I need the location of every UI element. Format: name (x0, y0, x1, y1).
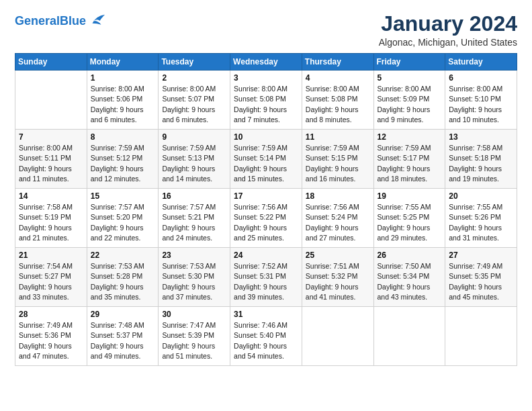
day-number: 13 (449, 132, 513, 142)
calendar-week-row-3: 14Sunrise: 7:58 AMSunset: 5:19 PMDayligh… (15, 189, 517, 248)
day-info: Sunrise: 7:59 AMSunset: 5:17 PMDaylight:… (378, 143, 442, 184)
day-number: 31 (234, 310, 298, 319)
calendar-cell-1-2: 1Sunrise: 8:00 AMSunset: 5:06 PMDaylight… (87, 71, 159, 130)
calendar-cell-3-6: 19Sunrise: 7:55 AMSunset: 5:25 PMDayligh… (373, 189, 445, 248)
day-info: Sunrise: 7:58 AMSunset: 5:19 PMDaylight:… (19, 202, 83, 243)
calendar-cell-1-6: 5Sunrise: 8:00 AMSunset: 5:09 PMDaylight… (373, 71, 445, 130)
day-number: 16 (162, 191, 226, 201)
calendar-cell-3-3: 16Sunrise: 7:57 AMSunset: 5:21 PMDayligh… (159, 189, 230, 248)
calendar-header-friday: Friday (373, 54, 445, 71)
day-info: Sunrise: 7:52 AMSunset: 5:31 PMDaylight:… (234, 261, 298, 302)
day-info: Sunrise: 7:55 AMSunset: 5:25 PMDaylight:… (378, 202, 442, 243)
day-info: Sunrise: 7:47 AMSunset: 5:39 PMDaylight:… (162, 320, 226, 361)
calendar-cell-2-6: 12Sunrise: 7:59 AMSunset: 5:17 PMDayligh… (373, 130, 445, 189)
day-info: Sunrise: 7:55 AMSunset: 5:26 PMDaylight:… (449, 202, 513, 243)
calendar-cell-5-7 (445, 307, 517, 366)
day-number: 12 (378, 132, 442, 142)
day-number: 22 (91, 250, 155, 260)
calendar-cell-3-7: 20Sunrise: 7:55 AMSunset: 5:26 PMDayligh… (445, 189, 517, 248)
day-info: Sunrise: 8:00 AMSunset: 5:07 PMDaylight:… (162, 84, 226, 125)
calendar-table: SundayMondayTuesdayWednesdayThursdayFrid… (15, 53, 517, 366)
day-info: Sunrise: 7:54 AMSunset: 5:27 PMDaylight:… (19, 261, 83, 302)
day-number: 15 (91, 191, 155, 201)
title-block: January 2024 Algonac, Michigan, United S… (379, 12, 517, 48)
day-info: Sunrise: 7:53 AMSunset: 5:28 PMDaylight:… (91, 261, 155, 302)
calendar-header-wednesday: Wednesday (230, 54, 302, 71)
day-info: Sunrise: 7:53 AMSunset: 5:30 PMDaylight:… (162, 261, 226, 302)
main-title: January 2024 (379, 12, 517, 36)
calendar-cell-1-7: 6Sunrise: 8:00 AMSunset: 5:10 PMDaylight… (445, 71, 517, 130)
day-number: 20 (449, 191, 513, 201)
day-number: 26 (378, 250, 442, 260)
calendar-cell-4-1: 21Sunrise: 7:54 AMSunset: 5:27 PMDayligh… (15, 248, 87, 307)
day-number: 17 (234, 191, 298, 201)
day-info: Sunrise: 7:59 AMSunset: 5:15 PMDaylight:… (306, 143, 370, 184)
day-info: Sunrise: 8:00 AMSunset: 5:10 PMDaylight:… (449, 84, 513, 125)
calendar-cell-2-4: 10Sunrise: 7:59 AMSunset: 5:14 PMDayligh… (230, 130, 302, 189)
calendar-header-thursday: Thursday (302, 54, 373, 71)
calendar-cell-5-6 (373, 307, 445, 366)
page: GeneralBlue January 2024 Algonac, Michig… (0, 0, 532, 411)
day-number: 28 (19, 310, 83, 319)
calendar-cell-4-5: 25Sunrise: 7:51 AMSunset: 5:32 PMDayligh… (302, 248, 373, 307)
day-number: 10 (234, 132, 298, 142)
calendar-cell-5-4: 31Sunrise: 7:46 AMSunset: 5:40 PMDayligh… (230, 307, 302, 366)
calendar-cell-3-1: 14Sunrise: 7:58 AMSunset: 5:19 PMDayligh… (15, 189, 87, 248)
day-info: Sunrise: 7:58 AMSunset: 5:18 PMDaylight:… (449, 143, 513, 184)
day-info: Sunrise: 7:56 AMSunset: 5:22 PMDaylight:… (234, 202, 298, 243)
calendar-week-row-2: 7Sunrise: 8:00 AMSunset: 5:11 PMDaylight… (15, 130, 517, 189)
day-number: 25 (306, 250, 370, 260)
calendar-cell-3-5: 18Sunrise: 7:56 AMSunset: 5:24 PMDayligh… (302, 189, 373, 248)
day-number: 2 (162, 73, 226, 83)
day-info: Sunrise: 7:46 AMSunset: 5:40 PMDaylight:… (234, 320, 298, 361)
day-info: Sunrise: 7:57 AMSunset: 5:21 PMDaylight:… (162, 202, 226, 243)
day-info: Sunrise: 7:59 AMSunset: 5:12 PMDaylight:… (91, 143, 155, 184)
calendar-cell-4-2: 22Sunrise: 7:53 AMSunset: 5:28 PMDayligh… (87, 248, 159, 307)
day-number: 4 (306, 73, 370, 83)
day-number: 7 (19, 132, 83, 142)
day-number: 5 (378, 73, 442, 83)
day-info: Sunrise: 7:56 AMSunset: 5:24 PMDaylight:… (306, 202, 370, 243)
calendar-header-row: SundayMondayTuesdayWednesdayThursdayFrid… (15, 54, 517, 71)
day-number: 18 (306, 191, 370, 201)
calendar-header-tuesday: Tuesday (159, 54, 230, 71)
calendar-header-sunday: Sunday (15, 54, 87, 71)
day-number: 21 (19, 250, 83, 260)
calendar-cell-2-3: 9Sunrise: 7:59 AMSunset: 5:13 PMDaylight… (159, 130, 230, 189)
calendar-cell-4-6: 26Sunrise: 7:50 AMSunset: 5:34 PMDayligh… (373, 248, 445, 307)
calendar-week-row-1: 1Sunrise: 8:00 AMSunset: 5:06 PMDaylight… (15, 71, 517, 130)
calendar-cell-2-5: 11Sunrise: 7:59 AMSunset: 5:15 PMDayligh… (302, 130, 373, 189)
day-info: Sunrise: 8:00 AMSunset: 5:08 PMDaylight:… (306, 84, 370, 125)
calendar-cell-1-3: 2Sunrise: 8:00 AMSunset: 5:07 PMDaylight… (159, 71, 230, 130)
day-number: 27 (449, 250, 513, 260)
subtitle: Algonac, Michigan, United States (379, 37, 517, 48)
calendar-cell-2-7: 13Sunrise: 7:58 AMSunset: 5:18 PMDayligh… (445, 130, 517, 189)
logo-bird-icon (87, 12, 106, 31)
calendar-cell-5-2: 29Sunrise: 7:48 AMSunset: 5:37 PMDayligh… (87, 307, 159, 366)
day-info: Sunrise: 8:00 AMSunset: 5:09 PMDaylight:… (378, 84, 442, 125)
day-number: 14 (19, 191, 83, 201)
calendar-cell-5-1: 28Sunrise: 7:49 AMSunset: 5:36 PMDayligh… (15, 307, 87, 366)
calendar-cell-1-5: 4Sunrise: 8:00 AMSunset: 5:08 PMDaylight… (302, 71, 373, 130)
day-number: 24 (234, 250, 298, 260)
day-info: Sunrise: 7:59 AMSunset: 5:13 PMDaylight:… (162, 143, 226, 184)
day-info: Sunrise: 7:51 AMSunset: 5:32 PMDaylight:… (306, 261, 370, 302)
logo-general: General (15, 14, 60, 28)
calendar-cell-1-1 (15, 71, 87, 130)
calendar-cell-4-4: 24Sunrise: 7:52 AMSunset: 5:31 PMDayligh… (230, 248, 302, 307)
header: GeneralBlue January 2024 Algonac, Michig… (15, 12, 517, 48)
logo-blue: Blue (60, 14, 86, 28)
day-info: Sunrise: 8:00 AMSunset: 5:06 PMDaylight:… (91, 84, 155, 125)
day-number: 19 (378, 191, 442, 201)
calendar-week-row-5: 28Sunrise: 7:49 AMSunset: 5:36 PMDayligh… (15, 307, 517, 366)
day-number: 29 (91, 310, 155, 319)
calendar-cell-2-1: 7Sunrise: 8:00 AMSunset: 5:11 PMDaylight… (15, 130, 87, 189)
calendar-cell-2-2: 8Sunrise: 7:59 AMSunset: 5:12 PMDaylight… (87, 130, 159, 189)
day-number: 9 (162, 132, 226, 142)
calendar-cell-4-7: 27Sunrise: 7:49 AMSunset: 5:35 PMDayligh… (445, 248, 517, 307)
calendar-header-monday: Monday (87, 54, 159, 71)
logo: GeneralBlue (15, 12, 106, 31)
logo-text: GeneralBlue (15, 15, 86, 28)
day-info: Sunrise: 8:00 AMSunset: 5:08 PMDaylight:… (234, 84, 298, 125)
calendar-header-saturday: Saturday (445, 54, 517, 71)
